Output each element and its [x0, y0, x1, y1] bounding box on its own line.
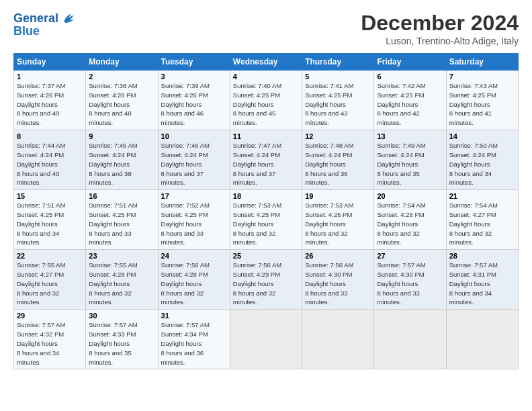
table-row: 2 Sunrise: 7:38 AMSunset: 4:26 PMDayligh…: [86, 71, 158, 130]
table-row: 27 Sunrise: 7:57 AMSunset: 4:30 PMDaylig…: [374, 250, 446, 310]
day-number: 13: [377, 132, 443, 140]
day-info: Sunrise: 7:54 AMSunset: 4:26 PMDaylight …: [377, 201, 425, 246]
day-info: Sunrise: 7:57 AMSunset: 4:34 PMDaylight …: [161, 321, 210, 365]
day-info: Sunrise: 7:44 AMSunset: 4:24 PMDaylight …: [17, 142, 65, 186]
table-row: 19 Sunrise: 7:53 AMSunset: 4:26 PMDaylig…: [302, 190, 374, 250]
col-friday: Friday: [374, 54, 446, 71]
day-number: 19: [305, 192, 371, 200]
week-row: 8 Sunrise: 7:44 AMSunset: 4:24 PMDayligh…: [14, 130, 519, 190]
day-info: Sunrise: 7:39 AMSunset: 4:26 PMDaylight …: [161, 82, 210, 126]
week-row: 29 Sunrise: 7:57 AMSunset: 4:32 PMDaylig…: [14, 310, 519, 369]
day-number: 8: [17, 132, 83, 140]
week-row: 22 Sunrise: 7:55 AMSunset: 4:27 PMDaylig…: [14, 250, 519, 310]
col-wednesday: Wednesday: [230, 54, 302, 71]
table-row: 7 Sunrise: 7:43 AMSunset: 4:25 PMDayligh…: [446, 71, 518, 130]
col-sunday: Sunday: [14, 54, 86, 71]
table-row: 22 Sunrise: 7:55 AMSunset: 4:27 PMDaylig…: [14, 250, 86, 310]
table-row: 20 Sunrise: 7:54 AMSunset: 4:26 PMDaylig…: [374, 190, 446, 250]
day-number: 5: [305, 73, 371, 81]
day-info: Sunrise: 7:46 AMSunset: 4:24 PMDaylight …: [161, 142, 210, 186]
day-number: 24: [161, 252, 227, 260]
table-row: 8 Sunrise: 7:44 AMSunset: 4:24 PMDayligh…: [14, 130, 86, 190]
page: General Blue December 2024 Luson, Trenti…: [0, 0, 532, 376]
day-info: Sunrise: 7:57 AMSunset: 4:32 PMDaylight …: [17, 321, 65, 365]
table-row: 30 Sunrise: 7:57 AMSunset: 4:33 PMDaylig…: [86, 310, 158, 369]
day-info: Sunrise: 7:57 AMSunset: 4:30 PMDaylight …: [377, 261, 425, 306]
day-info: Sunrise: 7:53 AMSunset: 4:26 PMDaylight …: [305, 201, 353, 246]
day-number: 17: [161, 192, 227, 200]
table-row: 10 Sunrise: 7:46 AMSunset: 4:24 PMDaylig…: [158, 130, 230, 190]
day-info: Sunrise: 7:49 AMSunset: 4:24 PMDaylight …: [377, 142, 425, 186]
week-row: 15 Sunrise: 7:51 AMSunset: 4:25 PMDaylig…: [14, 190, 519, 250]
week-row: 1 Sunrise: 7:37 AMSunset: 4:26 PMDayligh…: [14, 71, 519, 130]
day-number: 27: [377, 252, 443, 260]
logo: General Blue: [13, 11, 76, 39]
main-title: December 2024: [361, 11, 519, 36]
day-number: 12: [305, 132, 371, 140]
day-number: 26: [305, 252, 371, 260]
day-info: Sunrise: 7:43 AMSunset: 4:25 PMDaylight …: [449, 82, 498, 126]
day-number: 16: [89, 192, 154, 200]
day-info: Sunrise: 7:57 AMSunset: 4:31 PMDaylight …: [449, 261, 498, 306]
day-number: 28: [449, 252, 515, 260]
day-info: Sunrise: 7:56 AMSunset: 4:30 PMDaylight …: [305, 261, 353, 306]
table-row: 29 Sunrise: 7:57 AMSunset: 4:32 PMDaylig…: [14, 310, 86, 369]
day-info: Sunrise: 7:56 AMSunset: 4:28 PMDaylight …: [161, 261, 210, 306]
day-info: Sunrise: 7:55 AMSunset: 4:28 PMDaylight …: [89, 261, 137, 306]
table-row: 13 Sunrise: 7:49 AMSunset: 4:24 PMDaylig…: [374, 130, 446, 190]
table-row: [230, 310, 302, 369]
day-number: 18: [233, 192, 299, 200]
day-number: 1: [17, 73, 83, 81]
day-number: 23: [89, 252, 154, 260]
header-row: Sunday Monday Tuesday Wednesday Thursday…: [14, 54, 519, 71]
table-row: 28 Sunrise: 7:57 AMSunset: 4:31 PMDaylig…: [446, 250, 518, 310]
day-number: 9: [89, 132, 154, 140]
table-row: 18 Sunrise: 7:53 AMSunset: 4:25 PMDaylig…: [230, 190, 302, 250]
day-number: 25: [233, 252, 299, 260]
day-number: 31: [161, 312, 227, 320]
table-row: 3 Sunrise: 7:39 AMSunset: 4:26 PMDayligh…: [158, 71, 230, 130]
day-info: Sunrise: 7:38 AMSunset: 4:26 PMDaylight …: [89, 82, 137, 126]
day-number: 22: [17, 252, 83, 260]
col-monday: Monday: [86, 54, 158, 71]
logo-bird-icon: [60, 11, 76, 27]
table-row: 23 Sunrise: 7:55 AMSunset: 4:28 PMDaylig…: [86, 250, 158, 310]
col-thursday: Thursday: [302, 54, 374, 71]
day-info: Sunrise: 7:50 AMSunset: 4:24 PMDaylight …: [449, 142, 498, 186]
day-info: Sunrise: 7:48 AMSunset: 4:24 PMDaylight …: [305, 142, 353, 186]
day-info: Sunrise: 7:37 AMSunset: 4:26 PMDaylight …: [17, 82, 65, 126]
col-tuesday: Tuesday: [158, 54, 230, 71]
table-row: 16 Sunrise: 7:51 AMSunset: 4:25 PMDaylig…: [86, 190, 158, 250]
day-number: 10: [161, 132, 227, 140]
table-row: 5 Sunrise: 7:41 AMSunset: 4:25 PMDayligh…: [302, 71, 374, 130]
table-row: 6 Sunrise: 7:42 AMSunset: 4:25 PMDayligh…: [374, 71, 446, 130]
day-number: 11: [233, 132, 299, 140]
table-row: 14 Sunrise: 7:50 AMSunset: 4:24 PMDaylig…: [446, 130, 518, 190]
day-info: Sunrise: 7:57 AMSunset: 4:33 PMDaylight …: [89, 321, 137, 365]
day-number: 20: [377, 192, 443, 200]
day-number: 29: [17, 312, 83, 320]
table-row: 12 Sunrise: 7:48 AMSunset: 4:24 PMDaylig…: [302, 130, 374, 190]
table-row: 9 Sunrise: 7:45 AMSunset: 4:24 PMDayligh…: [86, 130, 158, 190]
day-info: Sunrise: 7:41 AMSunset: 4:25 PMDaylight …: [305, 82, 353, 126]
day-number: 21: [449, 192, 515, 200]
table-row: 11 Sunrise: 7:47 AMSunset: 4:24 PMDaylig…: [230, 130, 302, 190]
table-row: 1 Sunrise: 7:37 AMSunset: 4:26 PMDayligh…: [14, 71, 86, 130]
table-row: [446, 310, 518, 369]
day-number: 4: [233, 73, 299, 81]
table-row: [374, 310, 446, 369]
day-info: Sunrise: 7:56 AMSunset: 4:29 PMDaylight …: [233, 261, 281, 306]
table-row: 15 Sunrise: 7:51 AMSunset: 4:25 PMDaylig…: [14, 190, 86, 250]
day-number: 7: [449, 73, 515, 81]
day-info: Sunrise: 7:45 AMSunset: 4:24 PMDaylight …: [89, 142, 137, 186]
table-row: 4 Sunrise: 7:40 AMSunset: 4:25 PMDayligh…: [230, 71, 302, 130]
day-info: Sunrise: 7:51 AMSunset: 4:25 PMDaylight …: [89, 201, 137, 246]
day-number: 6: [377, 73, 443, 81]
day-info: Sunrise: 7:40 AMSunset: 4:25 PMDaylight …: [233, 82, 281, 126]
day-info: Sunrise: 7:42 AMSunset: 4:25 PMDaylight …: [377, 82, 425, 126]
day-number: 3: [161, 73, 227, 81]
day-info: Sunrise: 7:55 AMSunset: 4:27 PMDaylight …: [17, 261, 65, 306]
table-row: 17 Sunrise: 7:52 AMSunset: 4:25 PMDaylig…: [158, 190, 230, 250]
header: General Blue December 2024 Luson, Trenti…: [13, 11, 519, 46]
subtitle: Luson, Trentino-Alto Adige, Italy: [361, 36, 519, 46]
